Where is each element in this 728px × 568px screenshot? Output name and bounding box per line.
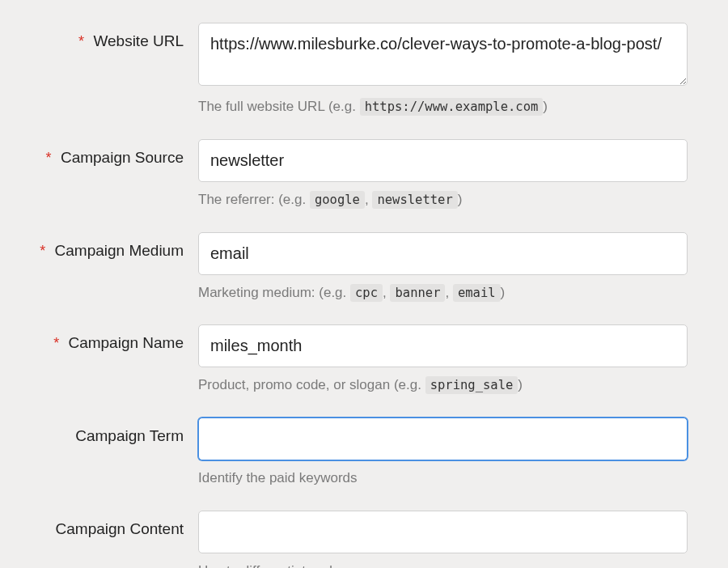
help-prefix: Marketing medium: (e.g. — [198, 285, 350, 300]
label-campaign-medium: * Campaign Medium — [24, 232, 198, 260]
help-website-url: The full website URL (e.g. https://www.e… — [198, 97, 688, 117]
required-icon: * — [46, 150, 52, 166]
help-code: google — [310, 191, 365, 209]
input-col: Marketing medium: (e.g. cpc, banner, ema… — [198, 232, 688, 303]
campaign-term-input[interactable] — [198, 418, 688, 460]
campaign-name-input[interactable] — [198, 324, 688, 367]
sep: , — [445, 285, 452, 300]
help-suffix: ) — [543, 99, 548, 114]
help-prefix: Product, promo code, or slogan (e.g. — [198, 377, 425, 392]
help-code: https://www.example.com — [360, 98, 544, 116]
help-prefix: The full website URL (e.g. — [198, 99, 360, 114]
campaign-source-input[interactable] — [198, 139, 688, 182]
required-icon: * — [53, 335, 59, 351]
sep: , — [365, 192, 372, 207]
label-campaign-content: Campaign Content — [24, 511, 198, 538]
input-col: Identify the paid keywords — [198, 418, 688, 488]
input-col: Use to differentiate ads — [198, 511, 688, 568]
input-col: The referrer: (e.g. google, newsletter) — [198, 139, 688, 210]
row-campaign-medium: * Campaign Medium Marketing medium: (e.g… — [24, 232, 688, 303]
label-campaign-source: * Campaign Source — [24, 139, 198, 167]
row-campaign-term: Campaign Term Identify the paid keywords — [24, 418, 688, 488]
row-campaign-source: * Campaign Source The referrer: (e.g. go… — [24, 139, 688, 210]
input-col: The full website URL (e.g. https://www.e… — [198, 23, 688, 117]
help-suffix: ) — [458, 192, 463, 207]
label-text: Campaign Content — [56, 520, 184, 537]
required-icon: * — [40, 243, 45, 259]
help-code: email — [453, 284, 501, 302]
help-code: banner — [390, 284, 445, 302]
label-text: Website URL — [93, 32, 184, 49]
label-campaign-term: Campaign Term — [24, 418, 198, 445]
help-prefix: Identify the paid keywords — [198, 470, 358, 485]
campaign-content-input[interactable] — [198, 511, 688, 553]
help-campaign-medium: Marketing medium: (e.g. cpc, banner, ema… — [198, 283, 688, 303]
label-website-url: * Website URL — [24, 23, 198, 50]
label-text: Campaign Medium — [55, 242, 184, 259]
label-text: Campaign Name — [68, 334, 184, 351]
help-code: newsletter — [372, 191, 457, 209]
row-website-url: * Website URL The full website URL (e.g.… — [24, 23, 688, 117]
label-text: Campaign Source — [61, 149, 184, 166]
help-prefix: Use to differentiate ads — [198, 563, 340, 568]
label-text: Campaign Term — [75, 427, 184, 444]
help-suffix: ) — [501, 285, 506, 300]
help-campaign-name: Product, promo code, or slogan (e.g. spr… — [198, 375, 688, 395]
help-prefix: The referrer: (e.g. — [198, 192, 310, 207]
help-code: cpc — [350, 284, 383, 302]
help-campaign-content: Use to differentiate ads — [198, 562, 688, 568]
row-campaign-content: Campaign Content Use to differentiate ad… — [24, 511, 688, 568]
required-icon: * — [78, 33, 84, 49]
row-campaign-name: * Campaign Name Product, promo code, or … — [24, 324, 688, 395]
help-campaign-term: Identify the paid keywords — [198, 468, 688, 488]
website-url-input[interactable] — [198, 23, 688, 86]
label-campaign-name: * Campaign Name — [24, 324, 198, 352]
help-suffix: ) — [518, 377, 523, 392]
help-campaign-source: The referrer: (e.g. google, newsletter) — [198, 190, 688, 210]
help-code: spring_sale — [425, 376, 518, 394]
campaign-medium-input[interactable] — [198, 232, 688, 275]
input-col: Product, promo code, or slogan (e.g. spr… — [198, 324, 688, 395]
